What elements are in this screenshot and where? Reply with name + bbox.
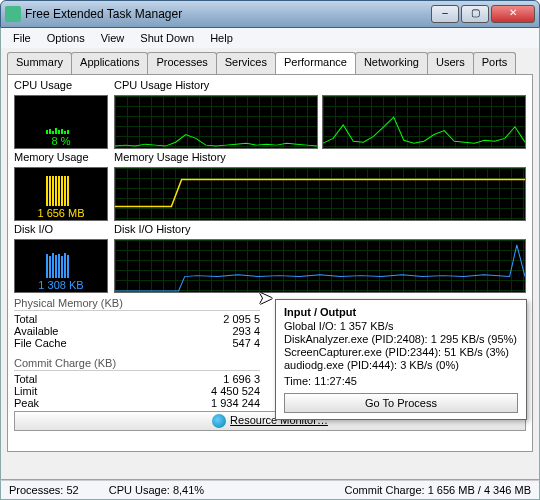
status-procs-k: Processes: [9,484,63,496]
commit-peak-v: 1 934 244 [190,397,260,409]
close-button[interactable]: ✕ [491,5,535,23]
commit-total-k: Total [14,373,190,385]
tab-applications[interactable]: Applications [71,52,148,74]
memory-gauge-value: 1 656 MB [15,207,107,219]
cpu-history-chart-0 [114,95,318,149]
menu-options[interactable]: Options [39,30,93,46]
cpu-history-chart-1 [322,95,526,149]
tab-users[interactable]: Users [427,52,474,74]
tab-performance[interactable]: Performance [275,52,356,74]
menu-shutdown[interactable]: Shut Down [132,30,202,46]
status-cpu-k: CPU Usage: [109,484,170,496]
menu-file[interactable]: File [5,30,39,46]
app-icon [5,6,21,22]
status-commit-k: Commit Charge: [345,484,425,496]
commit-peak-k: Peak [14,397,190,409]
status-procs-v: 52 [66,484,78,496]
tooltip-proc-1: DiskAnalyzer.exe (PID:2408): 1 295 KB/s … [284,333,518,345]
cpu-gauge: 8 % [14,95,108,149]
tooltip-proc-3: audiodg.exe (PID:444): 3 KB/s (0%) [284,359,518,371]
memory-gauge: 1 656 MB [14,167,108,221]
status-cpu-v: 8,41% [173,484,204,496]
cpu-gauge-value: 8 % [15,135,107,147]
tooltip-proc-2: ScreenCapturer.exe (PID:2344): 51 KB/s (… [284,346,518,358]
disk-io-gauge-value: 1 308 KB [15,279,107,291]
disk-history-chart [114,239,526,293]
maximize-button[interactable]: ▢ [461,5,489,23]
physmem-total-v: 2 095 5 [190,313,260,325]
commit-title: Commit Charge (KB) [14,357,260,371]
cpu-history-label: CPU Usage History [114,79,526,93]
commit-limit-k: Limit [14,385,190,397]
physmem-cache-k: File Cache [14,337,190,349]
physmem-cache-v: 547 4 [190,337,260,349]
tooltip-global: Global I/O: 1 357 KB/s [284,320,518,332]
physmem-title: Physical Memory (KB) [14,297,260,311]
status-commit-v: 1 656 MB / 4 346 MB [428,484,531,496]
tab-services[interactable]: Services [216,52,276,74]
menu-view[interactable]: View [93,30,133,46]
menu-bar: File Options View Shut Down Help [0,28,540,48]
minimize-button[interactable]: – [431,5,459,23]
memory-history-chart [114,167,526,221]
disk-io-gauge: 1 308 KB [14,239,108,293]
tooltip-time: Time: 11:27:45 [284,375,518,387]
commit-limit-v: 4 450 524 [190,385,260,397]
tab-summary[interactable]: Summary [7,52,72,74]
tab-networking[interactable]: Networking [355,52,428,74]
physmem-avail-k: Available [14,325,190,337]
resource-monitor-icon [212,414,226,428]
disk-io-label: Disk I/O [14,223,110,237]
go-to-process-button[interactable]: Go To Process [284,393,518,413]
tooltip-title: Input / Output [284,306,518,318]
memory-history-label: Memory Usage History [114,151,526,165]
commit-total-v: 1 696 3 [190,373,260,385]
window-title: Free Extended Task Manager [25,7,429,21]
disk-history-label: Disk I/O History [114,223,526,237]
memory-usage-label: Memory Usage [14,151,110,165]
physmem-total-k: Total [14,313,190,325]
cpu-usage-label: CPU Usage [14,79,110,93]
tab-ports[interactable]: Ports [473,52,517,74]
physmem-avail-v: 293 4 [190,325,260,337]
io-tooltip: Input / Output Global I/O: 1 357 KB/s Di… [275,299,527,420]
menu-help[interactable]: Help [202,30,241,46]
tab-processes[interactable]: Processes [147,52,216,74]
